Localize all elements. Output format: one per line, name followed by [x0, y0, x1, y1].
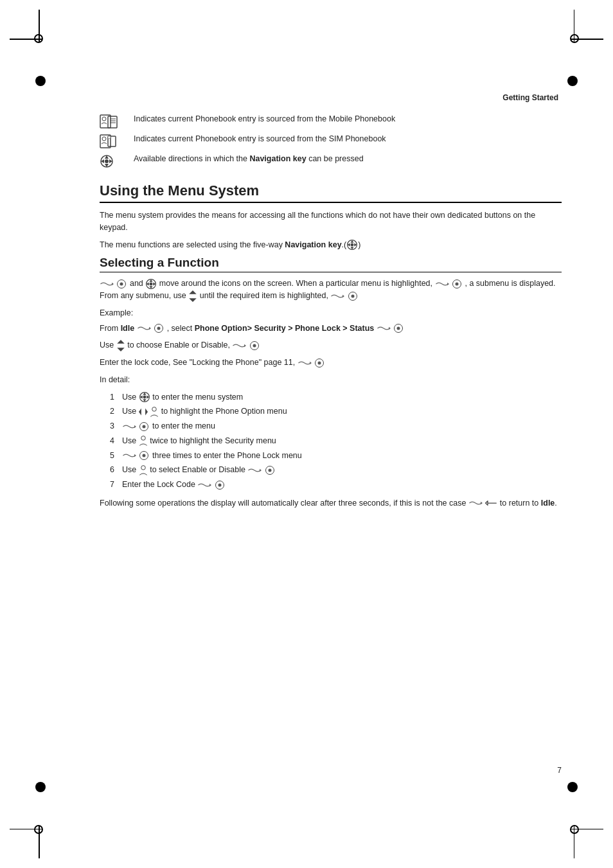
selecting-intro: and move around the icons on the screen.…: [100, 278, 562, 302]
step2-person-icon: [150, 406, 159, 418]
using-menu-heading: Using the Menu System: [100, 182, 562, 203]
svg-marker-33: [149, 327, 151, 330]
svg-marker-46: [145, 409, 148, 416]
svg-rect-0: [100, 115, 111, 128]
step-text-7: Enter the Lock Code: [122, 479, 226, 491]
step3-scroll-icon: [122, 422, 136, 431]
lock-code-line: Enter the lock code, See "Locking the Ph…: [100, 357, 562, 369]
following-text: Following some operations the display wi…: [100, 497, 562, 509]
page-number: 7: [557, 766, 562, 775]
center-btn-1: [117, 279, 126, 288]
svg-marker-52: [260, 469, 262, 472]
svg-marker-38: [310, 362, 312, 364]
svg-marker-35: [117, 340, 124, 344]
svg-rect-1: [108, 116, 117, 128]
nav-directions-text: Available directions in which the Naviga…: [134, 154, 364, 165]
mobile-pb-svg: [100, 114, 119, 128]
status-center: [394, 324, 403, 333]
intro-and: and: [130, 279, 145, 288]
svg-marker-48: [134, 425, 136, 428]
nav-icon-svg: [100, 154, 114, 168]
step2-leftright-icon: [139, 407, 148, 416]
svg-marker-36: [117, 348, 124, 351]
step7-center-icon: [215, 481, 224, 490]
step-text-1: Use to enter the menu system: [122, 391, 243, 403]
choose-scroll-icon: [232, 341, 246, 350]
selecting-function-heading: Selecting a Function: [100, 256, 562, 272]
svg-point-2: [102, 117, 106, 121]
step-text-5: three times to enter the Phone Lock menu: [122, 450, 302, 462]
svg-point-47: [152, 407, 157, 412]
step5-scroll-icon: [122, 451, 136, 460]
svg-marker-29: [447, 283, 449, 285]
fourway-icon-1: [145, 279, 157, 288]
step3-center-icon: [139, 422, 148, 431]
choose-line: Use to choose Enable or Disable,: [100, 339, 562, 351]
choose-center: [250, 341, 259, 350]
step-text-4: Use twice to highlight the Security menu: [122, 435, 276, 447]
svg-point-51: [141, 466, 145, 470]
steps-list: 1 Use to enter the menu system 2 Use to …: [100, 391, 562, 491]
phone-option-text: Phone Option> Security > Phone Lock > St…: [195, 324, 375, 333]
using-menu-para2: The menu functions are selected using th…: [100, 239, 562, 251]
updown-icon: [188, 291, 197, 300]
step-text-6: Use to select Enable or Disable: [122, 464, 276, 476]
step-num-4: 4: [100, 435, 122, 447]
sim-pb-svg: [100, 134, 119, 148]
sim-pb-text: Indicates current Phonebook entry is sou…: [134, 134, 386, 145]
svg-marker-50: [134, 454, 136, 457]
svg-point-21: [351, 244, 354, 247]
svg-marker-45: [139, 409, 141, 416]
icon-item-nav: Available directions in which the Naviga…: [100, 154, 562, 168]
header-text: Getting Started: [502, 93, 558, 102]
step-2: 2 Use to highlight the Phone Option menu: [100, 405, 562, 418]
updown-choose-icon: [116, 340, 125, 351]
step6-center-icon: [265, 466, 274, 475]
svg-point-9: [102, 137, 106, 141]
lock-center: [315, 359, 324, 368]
step-1: 1 Use to enter the menu system: [100, 391, 562, 403]
para2-close: ): [358, 240, 360, 249]
svg-marker-22: [112, 283, 114, 285]
step1-fourway-icon: [139, 391, 150, 403]
center-btn-2: [452, 279, 461, 288]
filled-circle-top-right: [567, 76, 578, 86]
sim-phonebook-icon: [100, 134, 129, 148]
icons-legend: Indicates current Phonebook entry is sou…: [100, 114, 562, 168]
icon-item-mobile: Indicates current Phonebook entry is sou…: [100, 114, 562, 128]
scroll-icon-3: [330, 291, 344, 300]
step6-scroll-icon: [247, 466, 262, 475]
step-num-6: 6: [100, 464, 122, 476]
example-scroll: [137, 324, 151, 333]
step-num-2: 2: [100, 405, 122, 418]
nav-key-inline-icon: [346, 239, 358, 251]
svg-marker-30: [190, 290, 197, 294]
filled-circle-top-left: [35, 76, 46, 86]
svg-marker-37: [245, 344, 247, 347]
para2-bold: Navigation key: [285, 240, 341, 249]
intro-text3: until the required item is highlighted,: [200, 291, 331, 300]
mobile-phonebook-icon: [100, 114, 129, 128]
return-icon: [484, 499, 497, 508]
svg-point-49: [141, 436, 145, 441]
step-text-3: to enter the menu: [122, 420, 215, 432]
para2-suffix: .(: [342, 240, 347, 249]
example-center: [154, 324, 163, 333]
main-content: Getting Started Indicates current Pho: [100, 93, 562, 775]
nav-directions-icon: [100, 154, 129, 168]
section-header: Getting Started: [100, 93, 562, 102]
step6-person-icon: [139, 465, 148, 476]
scroll-icon-2: [435, 279, 449, 288]
status-scroll: [377, 324, 391, 333]
step-7: 7 Enter the Lock Code: [100, 479, 562, 491]
step-num-1: 1: [100, 391, 122, 403]
svg-point-28: [150, 282, 153, 285]
filled-circle-bottom-left: [35, 782, 46, 792]
para2-prefix: The menu functions are selected using th…: [100, 240, 285, 249]
step-4: 4 Use twice to highlight the Security me…: [100, 435, 562, 447]
intro-text1: move around the icons on the screen. Whe…: [159, 279, 435, 288]
center-btn-3: [348, 292, 357, 301]
step-num-5: 5: [100, 450, 122, 462]
svg-marker-32: [342, 295, 344, 297]
step-text-2: Use to highlight the Phone Option menu: [122, 405, 287, 418]
